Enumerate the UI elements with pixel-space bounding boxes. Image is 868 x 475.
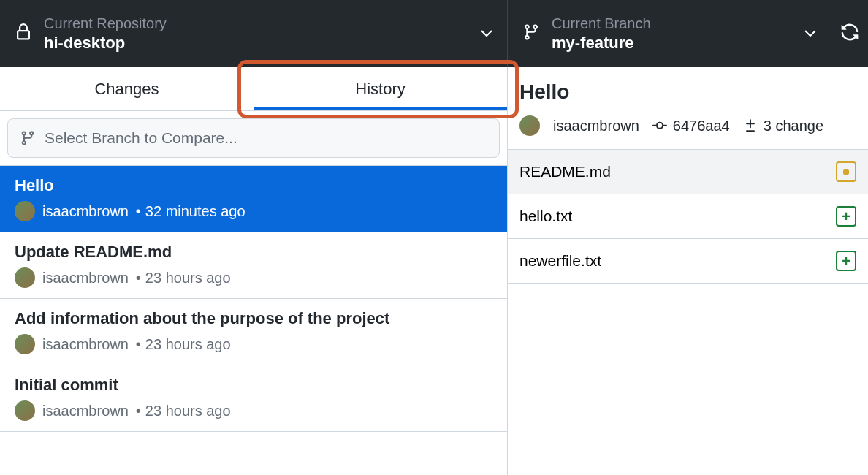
main-content: Changes History Select Branch to Compare… <box>0 67 868 475</box>
sync-button[interactable] <box>831 0 868 67</box>
file-item[interactable]: README.md <box>508 150 868 194</box>
avatar <box>15 400 35 421</box>
repo-selector[interactable]: Current Repository hi-desktop <box>0 0 508 67</box>
separator: • <box>136 336 141 353</box>
detail-author-name: isaacmbrown <box>553 118 639 134</box>
commit-list: Hello isaacmbrown • 32 minutes ago Updat… <box>0 165 507 432</box>
commit-author: isaacmbrown <box>42 270 129 286</box>
branch-selector-header[interactable]: Current Branch my-feature <box>508 0 831 67</box>
avatar <box>15 334 35 354</box>
commit-meta: isaacmbrown • 23 hours ago <box>15 400 492 421</box>
branch-compare-selector[interactable]: Select Branch to Compare... <box>7 118 500 158</box>
separator: • <box>136 203 141 220</box>
file-status-added-icon: + <box>836 251 856 271</box>
branch-selector-placeholder: Select Branch to Compare... <box>45 129 237 147</box>
repo-name: hi-desktop <box>44 34 481 53</box>
diff-icon <box>743 118 758 133</box>
commit-time: 32 minutes ago <box>145 203 245 220</box>
file-name: hello.txt <box>519 208 572 225</box>
file-name: README.md <box>519 163 611 180</box>
commit-author: isaacmbrown <box>42 336 129 353</box>
lock-icon <box>15 22 32 45</box>
branch-name: my-feature <box>552 34 804 53</box>
separator: • <box>136 270 141 286</box>
commit-author: isaacmbrown <box>42 403 129 419</box>
commit-title: Update README.md <box>15 243 492 262</box>
commit-time: 23 hours ago <box>145 336 231 353</box>
commit-time: 23 hours ago <box>145 270 231 286</box>
file-item[interactable]: newerfile.txt + <box>508 239 868 284</box>
commit-item[interactable]: Add information about the purpose of the… <box>0 299 507 365</box>
avatar <box>15 267 35 288</box>
commit-meta: isaacmbrown • 32 minutes ago <box>15 201 492 221</box>
git-branch-icon <box>20 130 36 146</box>
repo-labels: Current Repository hi-desktop <box>44 15 481 53</box>
git-branch-icon <box>522 22 540 45</box>
commit-icon <box>652 118 667 133</box>
file-status-modified-icon <box>836 162 856 182</box>
file-item[interactable]: hello.txt + <box>508 194 868 239</box>
commit-author: isaacmbrown <box>42 203 129 220</box>
detail-author: isaacmbrown <box>519 115 639 136</box>
detail-sha-value: 6476aa4 <box>673 118 730 134</box>
detail-title: Hello <box>508 67 868 111</box>
detail-changes-label: 3 change <box>764 118 823 134</box>
branch-label: Current Branch <box>552 15 804 32</box>
tab-history[interactable]: History <box>254 67 507 110</box>
commit-meta: isaacmbrown • 23 hours ago <box>15 334 492 354</box>
separator: • <box>136 403 141 419</box>
repo-label: Current Repository <box>44 15 481 32</box>
detail-changes: 3 change <box>743 118 823 134</box>
commit-meta: isaacmbrown • 23 hours ago <box>15 267 492 288</box>
detail-meta: isaacmbrown 6476aa4 3 change <box>508 111 868 149</box>
commit-title: Initial commit <box>15 376 492 395</box>
left-panel: Changes History Select Branch to Compare… <box>0 67 508 475</box>
app-header: Current Repository hi-desktop Current Br… <box>0 0 868 67</box>
sync-icon <box>840 23 859 45</box>
avatar <box>15 201 35 221</box>
avatar <box>519 115 540 136</box>
commit-time: 23 hours ago <box>145 403 231 419</box>
tabs: Changes History <box>0 67 507 111</box>
commit-item[interactable]: Update README.md isaacmbrown • 23 hours … <box>0 232 507 299</box>
detail-sha: 6476aa4 <box>652 118 730 134</box>
chevron-down-icon <box>481 27 492 40</box>
commit-item[interactable]: Initial commit isaacmbrown • 23 hours ag… <box>0 365 507 432</box>
commit-title: Add information about the purpose of the… <box>15 309 492 328</box>
file-name: newerfile.txt <box>519 252 601 270</box>
branch-labels: Current Branch my-feature <box>552 15 804 53</box>
commit-detail-panel: Hello isaacmbrown 6476aa4 3 change READM… <box>508 67 868 475</box>
commit-title: Hello <box>15 176 492 195</box>
commit-item[interactable]: Hello isaacmbrown • 32 minutes ago <box>0 166 507 232</box>
tab-changes[interactable]: Changes <box>0 67 254 110</box>
tab-label: Changes <box>94 80 159 99</box>
file-list: README.md hello.txt + newerfile.txt + <box>508 149 868 284</box>
tab-label: History <box>355 80 405 99</box>
file-status-added-icon: + <box>836 206 856 227</box>
chevron-down-icon <box>804 27 816 40</box>
